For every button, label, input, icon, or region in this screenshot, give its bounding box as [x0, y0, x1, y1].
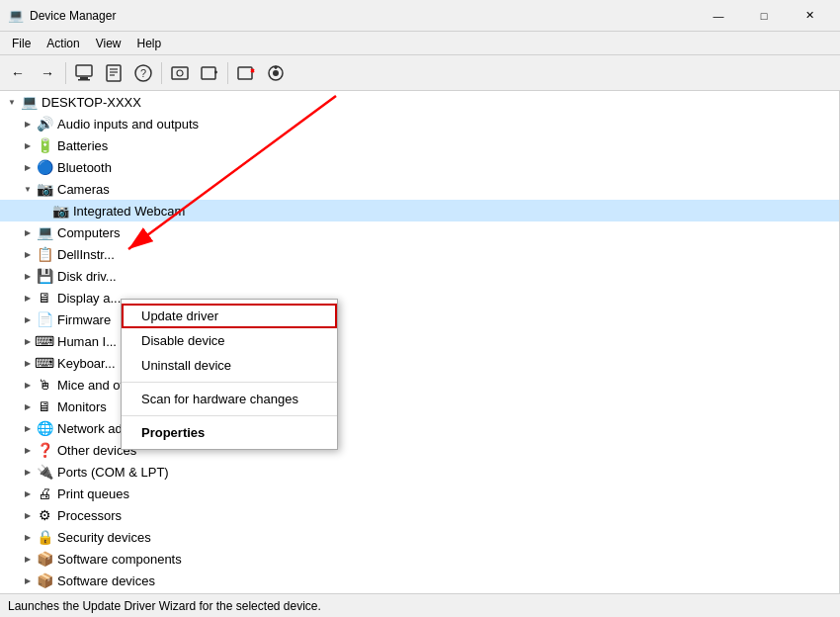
- tree-item-batteries[interactable]: 🔋Batteries: [0, 134, 839, 156]
- window-controls: — □ ✕: [696, 0, 832, 32]
- arrow-ports: [20, 464, 36, 480]
- label-human-i: Human I...: [57, 334, 117, 349]
- forward-button[interactable]: →: [34, 59, 61, 87]
- toolbar: ← → ?: [0, 55, 840, 91]
- update-driver-button[interactable]: [262, 59, 290, 87]
- arrow-human-i: [20, 333, 36, 349]
- menu-action[interactable]: Action: [39, 34, 87, 53]
- icon-disk-drives: 💾: [36, 267, 53, 285]
- svg-rect-1: [80, 77, 88, 79]
- minimize-button[interactable]: —: [696, 0, 741, 32]
- icon-keyboard: ⌨: [36, 354, 53, 372]
- menu-help[interactable]: Help: [129, 34, 170, 53]
- icon-audio: 🔊: [36, 115, 53, 132]
- label-firmware: Firmware: [57, 312, 111, 327]
- arrow-firmware: [20, 311, 36, 327]
- tree-item-cameras[interactable]: 📷Cameras: [0, 178, 839, 200]
- svg-text:?: ?: [140, 67, 146, 79]
- show-pc-button[interactable]: [70, 59, 98, 87]
- root-label: DESKTOP-XXXX: [42, 95, 141, 110]
- label-keyboard: Keyboar...: [57, 356, 116, 371]
- ctx-scan-hardware[interactable]: Scan for hardware changes: [122, 387, 337, 411]
- help-button[interactable]: ?: [129, 59, 157, 87]
- toolbar-sep-3: [227, 62, 228, 84]
- tree-item-security[interactable]: 🔒Security devices: [0, 526, 839, 548]
- icon-batteries: 🔋: [36, 136, 53, 154]
- icon-ports: 🔌: [36, 463, 53, 481]
- menu-bar: File Action View Help: [0, 32, 840, 55]
- svg-rect-14: [238, 67, 252, 79]
- ctx-properties[interactable]: Properties: [122, 420, 337, 445]
- icon-monitors: 🖥: [36, 397, 53, 415]
- arrow-display: [20, 290, 36, 306]
- uninstall-button[interactable]: [232, 59, 260, 87]
- label-computers: Computers: [57, 225, 121, 240]
- label-print: Print queues: [57, 486, 129, 501]
- ctx-update-driver[interactable]: Update driver: [122, 304, 337, 328]
- toolbar-sep-2: [161, 62, 162, 84]
- menu-view[interactable]: View: [88, 34, 129, 53]
- arrow-processors: [20, 507, 36, 523]
- arrow-software-devices: [20, 573, 36, 588]
- icon-bluetooth: 🔵: [36, 158, 53, 176]
- menu-file[interactable]: File: [4, 34, 39, 53]
- ctx-uninstall-device[interactable]: Uninstall device: [122, 353, 337, 378]
- icon-software-devices: 📦: [36, 572, 53, 589]
- tree-item-ports[interactable]: 🔌Ports (COM & LPT): [0, 461, 839, 483]
- svg-point-10: [177, 70, 183, 76]
- icon-mice: 🖱: [36, 376, 53, 394]
- tree-item-processors[interactable]: ⚙Processors: [0, 504, 839, 526]
- arrow-other: [20, 442, 36, 458]
- add-driver-button[interactable]: [196, 59, 223, 87]
- svg-rect-3: [107, 65, 121, 81]
- tree-item-computers[interactable]: 💻Computers: [0, 221, 839, 243]
- icon-software-components: 📦: [36, 550, 53, 568]
- label-ports: Ports (COM & LPT): [57, 465, 169, 480]
- window-title: Device Manager: [30, 9, 696, 23]
- title-bar: 💻 Device Manager — □ ✕: [0, 0, 840, 32]
- back-button[interactable]: ←: [4, 59, 32, 87]
- scan-button[interactable]: [166, 59, 194, 87]
- icon-security: 🔒: [36, 528, 53, 546]
- arrow-computers: [20, 224, 36, 240]
- label-software-components: Software components: [57, 552, 182, 567]
- icon-dellinstru: 📋: [36, 245, 53, 263]
- tree-item-integrated-webcam[interactable]: 📷Integrated Webcam: [0, 200, 839, 221]
- icon-print: 🖨: [36, 485, 53, 502]
- close-button[interactable]: ✕: [787, 0, 832, 32]
- icon-network: 🌐: [36, 419, 53, 437]
- tree-item-bluetooth[interactable]: 🔵Bluetooth: [0, 156, 839, 178]
- tree-item-software-devices[interactable]: 📦Software devices: [0, 570, 839, 591]
- tree-item-dellinstru[interactable]: 📋DellInstr...: [0, 243, 839, 265]
- arrow-print: [20, 485, 36, 501]
- label-audio: Audio inputs and outputs: [57, 117, 199, 132]
- tree-item-audio[interactable]: 🔊Audio inputs and outputs: [0, 113, 839, 134]
- label-monitors: Monitors: [57, 399, 107, 414]
- context-menu: Update driver Disable device Uninstall d…: [121, 299, 338, 450]
- label-software-devices: Software devices: [57, 573, 155, 588]
- tree-item-software-components[interactable]: 📦Software components: [0, 548, 839, 570]
- svg-rect-2: [78, 79, 90, 81]
- tree-root[interactable]: 💻 DESKTOP-XXXX: [0, 91, 839, 113]
- icon-cameras: 📷: [36, 180, 53, 198]
- status-text: Launches the Update Driver Wizard for th…: [8, 599, 321, 613]
- icon-human-i: ⌨: [36, 332, 53, 350]
- icon-display: 🖥: [36, 289, 53, 307]
- root-arrow: [4, 94, 20, 110]
- ctx-disable-device[interactable]: Disable device: [122, 328, 337, 353]
- tree-item-print[interactable]: 🖨Print queues: [0, 483, 839, 504]
- properties-button[interactable]: [100, 59, 127, 87]
- maximize-button[interactable]: □: [741, 0, 787, 32]
- arrow-bluetooth: [20, 159, 36, 175]
- tree-item-disk-drives[interactable]: 💾Disk driv...: [0, 265, 839, 287]
- ctx-separator-2: [122, 415, 337, 416]
- svg-point-18: [273, 70, 279, 76]
- arrow-cameras: [20, 181, 36, 197]
- arrow-software-components: [20, 551, 36, 567]
- toolbar-sep-1: [65, 62, 66, 84]
- label-batteries: Batteries: [57, 138, 108, 153]
- label-dellinstru: DellInstr...: [57, 247, 115, 262]
- tree-item-sound[interactable]: 🔊Sound, video and game controllers: [0, 591, 839, 593]
- arrow-monitors: [20, 398, 36, 414]
- arrow-batteries: [20, 137, 36, 153]
